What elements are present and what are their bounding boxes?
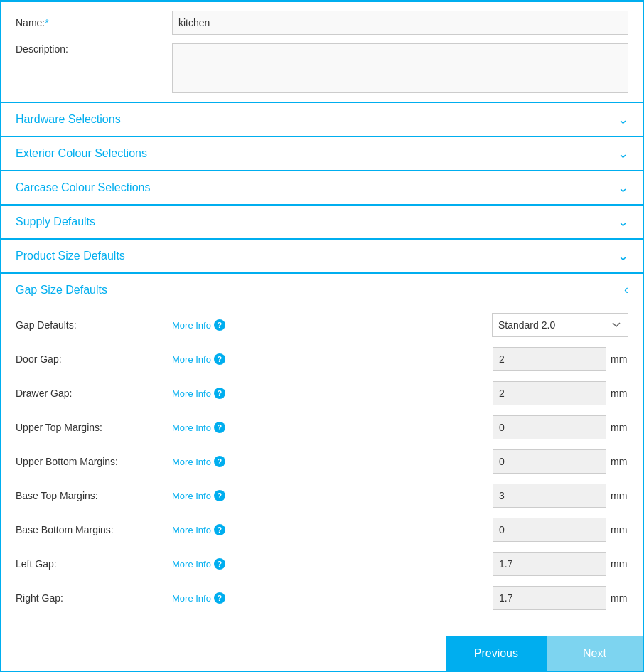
upper-top-margins-label: Upper Top Margins: [16, 422, 172, 433]
base-top-margins-row: Base Top Margins: More Info ? mm [16, 484, 628, 508]
base-bottom-margins-unit: mm [611, 524, 628, 535]
door-gap-row: Door Gap: More Info ? mm [16, 347, 628, 371]
upper-top-margins-more-info[interactable]: More Info ? [172, 422, 257, 433]
upper-bottom-margins-label: Upper Bottom Margins: [16, 456, 172, 467]
description-label: Description: [16, 43, 172, 55]
left-gap-unit: mm [611, 558, 628, 570]
description-row: Description: [1, 43, 643, 102]
gap-size-title: Gap Size Defaults [16, 284, 107, 297]
upper-top-margins-unit: mm [611, 422, 628, 433]
right-gap-label: Right Gap: [16, 592, 172, 604]
base-bottom-margins-row: Base Bottom Margins: More Info ? mm [16, 518, 628, 542]
drawer-gap-unit: mm [611, 388, 628, 399]
gap-defaults-label: Gap Defaults: [16, 319, 172, 331]
door-gap-unit: mm [611, 353, 628, 365]
drawer-gap-input[interactable] [493, 381, 606, 405]
carcase-section[interactable]: Carcase Colour Selections ⌄ [1, 170, 643, 204]
hardware-section[interactable]: Hardware Selections ⌄ [1, 102, 643, 136]
gap-defaults-content: Gap Defaults: More Info ? Standard 2.0 C… [1, 306, 643, 627]
base-top-margins-input[interactable] [493, 484, 606, 508]
page-container: Name:* Description: Hardware Selections … [0, 0, 644, 672]
base-top-margins-label: Base Top Margins: [16, 490, 172, 501]
carcase-chevron-icon: ⌄ [618, 180, 628, 196]
supply-section-title: Supply Defaults [16, 215, 95, 228]
gap-defaults-select[interactable]: Standard 2.0 Custom [492, 313, 628, 337]
door-gap-info-icon: ? [214, 353, 225, 365]
base-top-margins-info-icon: ? [214, 490, 225, 501]
left-gap-info-icon: ? [214, 558, 225, 570]
right-gap-unit: mm [611, 592, 628, 604]
base-bottom-margins-info-icon: ? [214, 524, 225, 535]
gap-defaults-info-icon: ? [214, 319, 225, 331]
left-gap-input[interactable] [493, 552, 606, 576]
base-bottom-margins-input[interactable] [493, 518, 606, 542]
gap-size-header[interactable]: Gap Size Defaults ‹ [1, 274, 643, 306]
left-gap-more-info[interactable]: More Info ? [172, 558, 257, 570]
gap-size-section: Gap Size Defaults ‹ Gap Defaults: More I… [1, 272, 643, 627]
supply-chevron-icon: ⌄ [618, 214, 628, 230]
description-input[interactable] [172, 43, 628, 93]
upper-top-margins-row: Upper Top Margins: More Info ? mm [16, 415, 628, 439]
product-size-chevron-icon: ⌄ [618, 248, 628, 264]
upper-bottom-margins-input[interactable] [493, 449, 606, 474]
drawer-gap-row: Drawer Gap: More Info ? mm [16, 381, 628, 405]
base-top-margins-more-info[interactable]: More Info ? [172, 490, 257, 501]
base-bottom-margins-more-info[interactable]: More Info ? [172, 524, 257, 535]
upper-top-margins-input[interactable] [493, 415, 606, 439]
carcase-section-title: Carcase Colour Selections [16, 181, 150, 194]
drawer-gap-info-icon: ? [214, 388, 225, 399]
right-gap-input[interactable] [493, 586, 606, 610]
upper-top-margins-info-icon: ? [214, 422, 225, 433]
previous-button[interactable]: Previous [446, 636, 547, 671]
base-top-margins-unit: mm [611, 490, 628, 501]
supply-section[interactable]: Supply Defaults ⌄ [1, 204, 643, 238]
upper-bottom-margins-unit: mm [611, 456, 628, 467]
upper-bottom-margins-row: Upper Bottom Margins: More Info ? mm [16, 449, 628, 474]
door-gap-label: Door Gap: [16, 353, 172, 365]
upper-bottom-margins-info-icon: ? [214, 456, 225, 467]
right-gap-row: Right Gap: More Info ? mm [16, 586, 628, 610]
gap-defaults-row: Gap Defaults: More Info ? Standard 2.0 C… [16, 313, 628, 337]
hardware-section-title: Hardware Selections [16, 113, 121, 126]
name-row: Name:* [1, 2, 643, 43]
name-label: Name:* [16, 17, 172, 28]
hardware-chevron-icon: ⌄ [618, 112, 628, 127]
product-size-section[interactable]: Product Size Defaults ⌄ [1, 238, 643, 272]
gap-size-chevron-icon: ‹ [624, 282, 628, 297]
door-gap-input[interactable] [493, 347, 606, 371]
door-gap-more-info[interactable]: More Info ? [172, 353, 257, 365]
upper-bottom-margins-more-info[interactable]: More Info ? [172, 456, 257, 467]
exterior-section-title: Exterior Colour Selections [16, 147, 147, 160]
exterior-section[interactable]: Exterior Colour Selections ⌄ [1, 136, 643, 170]
exterior-chevron-icon: ⌄ [618, 146, 628, 161]
base-bottom-margins-label: Base Bottom Margins: [16, 524, 172, 535]
right-gap-info-icon: ? [214, 592, 225, 604]
right-gap-more-info[interactable]: More Info ? [172, 592, 257, 604]
product-size-section-title: Product Size Defaults [16, 250, 125, 262]
bottom-bar: Previous Next [1, 636, 643, 671]
gap-defaults-more-info[interactable]: More Info ? [172, 319, 257, 331]
left-gap-row: Left Gap: More Info ? mm [16, 552, 628, 576]
left-gap-label: Left Gap: [16, 558, 172, 570]
drawer-gap-label: Drawer Gap: [16, 388, 172, 399]
drawer-gap-more-info[interactable]: More Info ? [172, 388, 257, 399]
name-input[interactable] [172, 11, 628, 35]
next-button[interactable]: Next [547, 636, 643, 671]
